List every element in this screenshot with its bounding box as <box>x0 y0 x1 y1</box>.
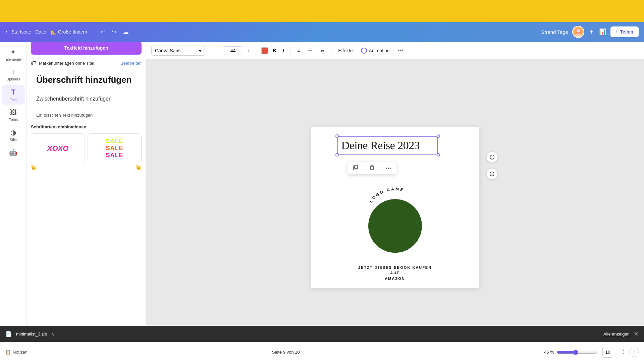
bold-button[interactable]: B <box>271 47 278 55</box>
download-expand-button[interactable]: ∧ <box>51 331 54 337</box>
text-color-picker[interactable] <box>261 47 268 54</box>
header: ‹ Startseite Datei 📐 Größe ändern ↩ ↪ ☁ … <box>0 22 644 42</box>
selected-text-element[interactable]: Deine Reise 2023 <box>337 136 438 155</box>
animation-label: Animation <box>369 48 390 53</box>
float-more-button[interactable]: ••• <box>384 165 394 172</box>
bg-yellow-top <box>0 0 644 22</box>
float-copy-button[interactable] <box>351 164 360 172</box>
add-textfield-button[interactable]: Textfeld hinzufügen <box>31 41 142 55</box>
document-title: Strand Tage <box>541 29 568 35</box>
heading-style-text: Überschrift hinzufügen <box>36 75 136 85</box>
svg-point-2 <box>575 33 581 37</box>
sale-text-3: SALE <box>106 152 123 159</box>
help-button[interactable]: ? <box>629 348 639 357</box>
sidebar-item-fotos[interactable]: 🖼 Fotos <box>2 106 25 124</box>
sidebar-item-stile[interactable]: ◑ Stile <box>2 126 25 144</box>
crown-icon-left: 👑 <box>31 165 37 170</box>
selection-handle-bottom-right[interactable] <box>437 153 440 157</box>
fullscreen-icon: ⛶ <box>619 349 624 355</box>
float-delete-button[interactable] <box>367 164 377 172</box>
page-num-box[interactable]: 10 <box>602 347 613 358</box>
xoxo-text: XOXO <box>47 144 69 153</box>
effekte-button[interactable]: Effekte <box>335 47 355 55</box>
float-sep-2 <box>380 165 380 172</box>
download-bar: 📄 minimalist_3.zip ∧ Alle anzeigen ✕ <box>0 326 644 342</box>
selection-handle-top-left[interactable] <box>335 134 339 138</box>
rotate-right-handle[interactable] <box>487 152 497 163</box>
notes-button[interactable]: 📋 Notizen <box>5 350 28 355</box>
cloud-save-button[interactable]: ☁ <box>121 27 130 37</box>
font-size-decrease-button[interactable]: – <box>213 47 221 55</box>
fotos-icon: 🖼 <box>10 109 17 116</box>
elemente-icon: ✦ <box>10 48 16 56</box>
toolbar-separator-2 <box>257 47 257 55</box>
brand-icon: 🏷 <box>31 60 36 66</box>
user-avatar[interactable] <box>572 26 584 38</box>
svg-rect-7 <box>355 165 358 169</box>
sidebar-label-elemente: Elemente <box>5 57 21 61</box>
italic-button[interactable]: I <box>281 47 286 55</box>
body-style-text: Ein bisschen Text hinzufügen <box>36 113 136 118</box>
align-button[interactable]: ≡ <box>294 47 303 55</box>
font-family-select[interactable]: Canva Sans ▾ <box>151 46 205 56</box>
animation-button[interactable]: Animation <box>358 46 392 55</box>
ebook-line2: AMAZON <box>353 276 437 282</box>
selection-handle-bottom-left[interactable] <box>335 153 339 157</box>
download-close-button[interactable]: ✕ <box>634 330 639 338</box>
bottom-bar: 📋 Notizen Seite 9 von 10 46 % 10 ⛶ ? <box>0 342 644 362</box>
size-change-btn[interactable]: 📐 Größe ändern <box>50 29 87 35</box>
notes-label: Notizen <box>13 350 28 355</box>
page-info: Seite 9 von 10 <box>272 350 300 355</box>
sidebar-label-fotos: Fotos <box>9 118 18 122</box>
notes-icon: 📋 <box>5 350 11 355</box>
fullscreen-button[interactable]: ⛶ <box>619 349 624 355</box>
back-arrow-icon[interactable]: ‹ <box>5 28 7 36</box>
undo-button[interactable]: ↩ <box>99 27 107 37</box>
font-combos: XOXO SALE SALE SALE <box>31 133 142 163</box>
sidebar-item-uploads[interactable]: ↑ Uploads <box>2 65 25 84</box>
redo-button[interactable]: ↪ <box>110 27 118 37</box>
selection-handle-top-right[interactable] <box>437 134 440 138</box>
left-panel: 🔍 Textfeld hinzufügen 🏷 Markenunterlagen… <box>27 22 146 342</box>
collapse-panel-button[interactable]: ‹ <box>146 177 146 187</box>
zoom-right-handle[interactable] <box>487 169 497 179</box>
resize-text-button[interactable]: ⇔ <box>318 47 327 55</box>
font-combo-sale[interactable]: SALE SALE SALE <box>88 133 142 163</box>
canvas-wrapper: Deine Reise 2023 ••• <box>311 114 479 288</box>
canvas-area: Deine Reise 2023 ••• <box>146 59 644 342</box>
share-label: Teilen <box>620 29 633 35</box>
download-view-all-button[interactable]: Alle anzeigen <box>603 331 630 337</box>
animation-icon <box>361 48 367 54</box>
header-tools: ↩ ↪ ☁ <box>99 27 130 37</box>
crown-icon-right: 👑 <box>136 165 142 170</box>
selected-text-box[interactable]: Deine Reise 2023 <box>337 136 438 155</box>
sidebar-item-text[interactable]: T Text <box>2 85 25 105</box>
float-sep-1 <box>364 165 364 172</box>
font-size-increase-button[interactable]: + <box>245 47 253 55</box>
share-button[interactable]: ↑ Teilen <box>610 26 639 37</box>
sidebar-item-ai[interactable]: 🤖 <box>2 146 25 159</box>
sidebar-item-elemente[interactable]: ✦ Elemente <box>2 45 25 64</box>
size-emoji: 📐 <box>50 29 56 35</box>
download-file-icon: 📄 <box>5 331 12 337</box>
subheading-style-text: Zwischenüberschrift hinzufügen <box>36 96 136 102</box>
heading-style-item[interactable]: Überschrift hinzufügen <box>31 71 142 89</box>
toolbar: Canva Sans ▾ – 44 + B I ≡ ☰ ⇔ Effekte An… <box>146 42 644 59</box>
list-icon: ☰ <box>308 48 312 53</box>
font-combo-xoxo[interactable]: XOXO <box>31 133 85 163</box>
brand-label: Markenunterlagen ohne Titel <box>39 61 94 66</box>
file-menu[interactable]: Datei <box>35 29 46 35</box>
sidebar-label-uploads: Uploads <box>6 77 20 81</box>
subheading-style-item[interactable]: Zwischenüberschrift hinzufügen <box>31 92 142 106</box>
list-button[interactable]: ☰ <box>305 47 315 55</box>
home-link[interactable]: Startseite <box>11 29 31 35</box>
font-size-input[interactable]: 44 <box>224 46 242 55</box>
zoom-slider[interactable] <box>557 350 597 355</box>
body-style-item[interactable]: Ein bisschen Text hinzufügen <box>31 109 142 122</box>
ebook-line1: JETZT DIESES EBOOK KAUFEN AUF <box>353 265 437 276</box>
analytics-button[interactable]: 📊 <box>599 28 606 36</box>
brand-edit-button[interactable]: Bearbeiten <box>120 61 142 66</box>
add-collaborator-button[interactable]: + <box>588 27 595 37</box>
more-options-button[interactable]: ••• <box>395 46 406 55</box>
font-family-chevron: ▾ <box>199 48 201 53</box>
